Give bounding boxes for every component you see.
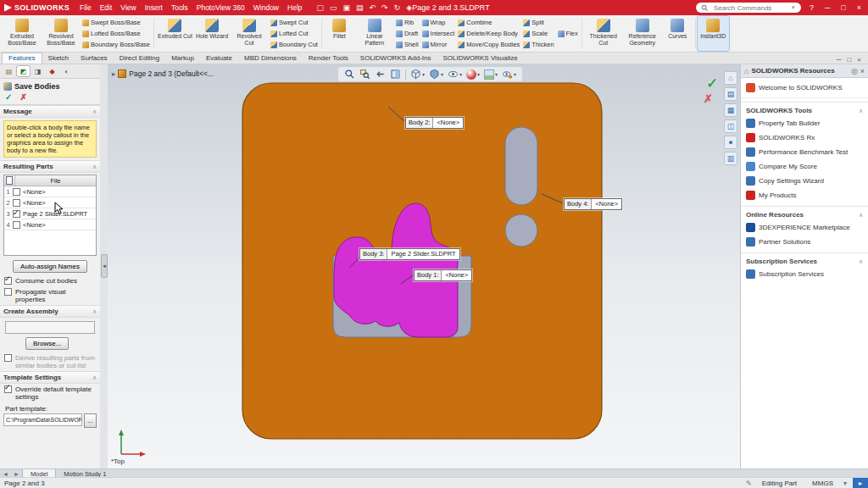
tab-markup[interactable]: Markup <box>165 53 200 64</box>
section-view-button[interactable] <box>390 69 401 80</box>
row-checkbox[interactable] <box>13 221 20 229</box>
template-browse-button[interactable]: ... <box>84 413 97 428</box>
derive-resulting-parts-checkbox[interactable] <box>4 354 12 362</box>
swept-cut-button[interactable]: Swept Cut <box>270 18 318 28</box>
my-products-link[interactable]: My Products <box>741 188 868 202</box>
undo-icon[interactable]: ↶ <box>370 3 376 12</box>
body-2-callout[interactable]: Body 2: <None> <box>405 117 464 129</box>
view-palette-tab-icon[interactable]: ◫ <box>724 119 737 133</box>
body-3-callout[interactable]: Body 3: Page 2 Slider.SLDPRT <box>359 248 460 260</box>
rebuild-icon[interactable]: ↻ <box>394 3 401 12</box>
property-tab-builder-link[interactable]: Property Tab Builder <box>741 116 868 130</box>
breadcrumb-text[interactable]: Page 2 and 3 (Default<<... <box>129 69 214 78</box>
assembly-path-field[interactable] <box>5 321 95 334</box>
rib-button[interactable]: Rib <box>396 18 419 28</box>
file-explorer-tab-icon[interactable]: ▦ <box>724 103 737 117</box>
doc-close-button[interactable]: × <box>857 56 861 64</box>
lofted-boss-button[interactable]: Lofted Boss/Base <box>82 29 150 39</box>
subscription-services-link[interactable]: Subscription Services <box>741 267 868 281</box>
tab-features[interactable]: Features <box>2 53 42 64</box>
taskpane-close-icon[interactable]: × <box>860 67 865 75</box>
override-template-checkbox[interactable] <box>4 385 12 393</box>
boundary-boss-button[interactable]: Boundary Boss/Base <box>82 40 150 50</box>
copy-settings-wizard-link[interactable]: Copy Settings Wizard <box>741 174 868 188</box>
part-template-field[interactable]: C:\ProgramData\SOLIDWORK <box>3 413 82 426</box>
units-selector[interactable]: MMGS <box>804 480 841 487</box>
menu-tools[interactable]: Tools <box>167 0 192 15</box>
confirm-cancel-button[interactable]: ✗ <box>704 92 713 105</box>
propagate-visual-properties-row[interactable]: Propagate visual properties <box>0 286 100 305</box>
zoom-fit-button[interactable] <box>344 69 355 80</box>
apply-scene-button[interactable]: ▾ <box>484 69 498 80</box>
propertymanager-tab-icon[interactable]: ◩ <box>17 66 30 76</box>
callout-value-field[interactable]: <None> <box>592 199 621 209</box>
row-file-name[interactable]: <None> <box>21 188 96 196</box>
callout-value-field[interactable]: <None> <box>442 270 471 280</box>
thickened-cut-button[interactable]: Thickened Cut <box>584 16 623 51</box>
row-checkbox[interactable] <box>13 188 20 196</box>
menu-window[interactable]: Window <box>249 0 283 15</box>
performance-benchmark-link[interactable]: Performance Benchmark Test <box>741 145 868 159</box>
hole-wizard-button[interactable]: Hole Wizard <box>194 16 230 51</box>
options-icon[interactable]: ◈ <box>406 3 412 12</box>
breadcrumb-expand-icon[interactable]: ▸ <box>112 69 115 78</box>
revolved-cut-button[interactable]: Revolved Cut <box>230 16 269 51</box>
body-1-callout[interactable]: Body 1: <None> <box>414 269 472 281</box>
statusbar-corner-button[interactable]: ▸ <box>853 478 868 488</box>
view-orientation-button[interactable]: ▾ <box>410 69 425 80</box>
lofted-cut-button[interactable]: Lofted Cut <box>270 29 318 39</box>
fillet-button[interactable]: Fillet <box>324 16 355 51</box>
tab-sketch[interactable]: Sketch <box>42 53 75 64</box>
mirror-button[interactable]: Mirror <box>422 40 455 50</box>
dimxpertmanager-tab-icon[interactable]: ◆ <box>46 66 58 76</box>
pm-ok-button[interactable]: ✓ <box>5 92 12 102</box>
tab-surfaces[interactable]: Surfaces <box>75 53 114 64</box>
online-resources-section[interactable]: Online Resources ∧ <box>741 206 868 220</box>
extruded-boss-base-button[interactable]: Extruded Boss/Base <box>3 16 42 51</box>
create-assembly-section-header[interactable]: Create Assembly ∧ <box>0 305 100 318</box>
shell-button[interactable]: Shell <box>396 40 419 50</box>
search-caret-icon[interactable]: ▾ <box>792 4 795 11</box>
new-icon[interactable]: ▢ <box>317 3 325 12</box>
menu-help[interactable]: Help <box>283 0 306 15</box>
browse-button[interactable]: Browse... <box>25 337 69 350</box>
auto-assign-names-button[interactable]: Auto-assign Names <box>13 260 87 273</box>
feature-breadcrumb[interactable]: ▸ Page 2 and 3 (Default<<... <box>112 69 214 78</box>
zoom-area-button[interactable] <box>359 69 370 80</box>
split-button[interactable]: Split <box>523 18 554 28</box>
featuremanager-tab-icon[interactable]: ▤ <box>3 66 15 76</box>
open-icon[interactable]: ▭ <box>330 3 337 12</box>
override-template-row[interactable]: Override default template settings <box>0 384 100 402</box>
menu-edit[interactable]: Edit <box>96 0 117 15</box>
callout-value-field[interactable]: <None> <box>433 118 463 128</box>
consume-cut-bodies-row[interactable]: Consume cut bodies <box>0 275 100 286</box>
home-icon[interactable]: ⌂ <box>744 67 748 75</box>
draft-button[interactable]: Draft <box>396 29 419 39</box>
row-checkbox[interactable] <box>13 210 20 218</box>
template-settings-section-header[interactable]: Template Settings ∧ <box>0 371 100 384</box>
menu-photoview[interactable]: PhotoView 360 <box>192 0 249 15</box>
reference-geometry-button[interactable]: Reference Geometry <box>623 16 662 51</box>
graphics-viewport[interactable]: ▸ Page 2 and 3 (Default<<... <box>108 64 740 469</box>
units-caret-icon[interactable]: ▾ <box>841 480 849 487</box>
search-box[interactable]: ▾ <box>696 3 801 13</box>
subscription-services-section[interactable]: Subscription Services ∧ <box>741 252 868 267</box>
view-settings-button[interactable]: ▾ <box>502 69 516 80</box>
tab-solidworks-visualize[interactable]: SOLIDWORKS Visualize <box>437 53 523 64</box>
row-file-name[interactable]: Page 2 Slider.SLDPRT <box>21 210 96 218</box>
menu-insert[interactable]: Insert <box>141 0 167 15</box>
solidworks-tools-section[interactable]: SOLIDWORKS Tools ∧ <box>741 102 868 116</box>
previous-view-button[interactable] <box>375 69 386 80</box>
pm-cancel-button[interactable]: ✗ <box>19 92 26 102</box>
appearances-tab-icon[interactable]: ● <box>724 136 737 149</box>
save-icon[interactable]: ▣ <box>343 3 351 12</box>
message-section-header[interactable]: Message ∧ <box>0 105 100 118</box>
help-icon[interactable]: ? <box>807 3 816 12</box>
consume-cut-bodies-checkbox[interactable] <box>4 277 12 285</box>
3dexperience-marketplace-link[interactable]: 3DEXPERIENCE Marketplace <box>741 220 868 235</box>
solidworks-resources-tab-icon[interactable]: ⌂ <box>724 71 737 85</box>
partner-solutions-link[interactable]: Partner Solutions <box>741 235 868 249</box>
curves-button[interactable]: Curves <box>662 16 693 51</box>
tab-nav-next-icon[interactable]: ► <box>11 471 22 477</box>
design-library-tab-icon[interactable]: ▤ <box>724 87 737 101</box>
